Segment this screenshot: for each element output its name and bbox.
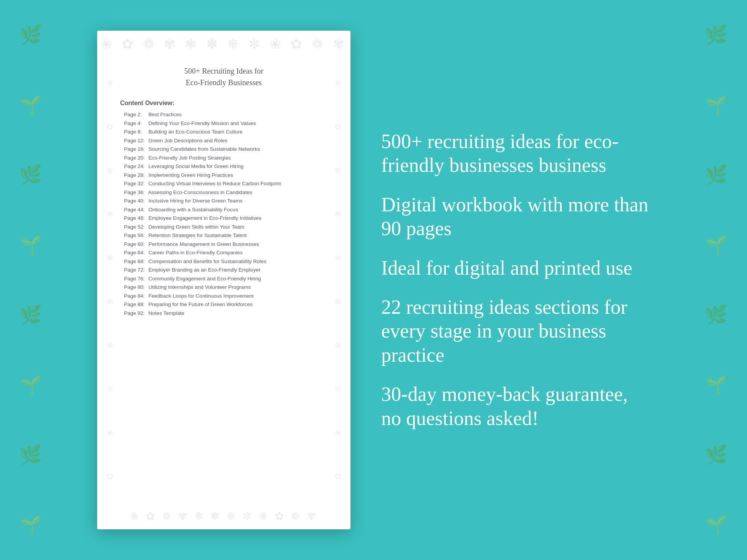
toc-title: Performance Management in Green Business… xyxy=(147,241,259,247)
toc-title: Defining Your Eco-Friendly Mission and V… xyxy=(147,120,256,126)
document-preview: ❀ ✿ ❁ ✾ ❃ ✽ ❋ ✼ ❀ ✿ ❁ ✾ ❀ ✿ ❁ ✾ ❃ ✽ ❋ ✼ … xyxy=(97,31,350,529)
toc-title: Career Paths in Eco-Friendly Companies xyxy=(147,250,243,255)
toc-page-num: Page 52: xyxy=(124,224,147,230)
toc-title: Feedback Loops for Continuous Improvemen… xyxy=(147,293,254,299)
toc-title: Onboarding with a Sustainability Focus xyxy=(147,207,238,212)
toc-page-num: Page 28: xyxy=(124,173,147,178)
toc-page-num: Page 84: xyxy=(124,293,147,299)
toc-title: Compensation and Benefits for Sustainabi… xyxy=(147,259,266,264)
toc-title: Assessing Eco-Consciousness in Candidate… xyxy=(147,189,252,195)
toc-page-num: Page 64: xyxy=(124,250,147,255)
toc-page-num: Page 8: xyxy=(124,129,147,135)
toc-item: Page 20: Eco-Friendly Job Posting Strate… xyxy=(120,155,327,161)
toc-title: Retention Strategies for Sustainable Tal… xyxy=(147,232,246,238)
table-of-contents: Page 2: Best PracticesPage 4: Defining Y… xyxy=(120,112,327,316)
feature-text-1: 500+ recruiting ideas for eco-friendly b… xyxy=(381,130,650,178)
toc-page-num: Page 92: xyxy=(124,311,147,316)
document-title: 500+ Recruiting Ideas for Eco-Friendly B… xyxy=(120,65,327,88)
toc-page-num: Page 88: xyxy=(124,302,147,307)
toc-page-num: Page 80: xyxy=(124,285,147,290)
toc-item: Page 80: Utilizing Internships and Volun… xyxy=(120,285,327,290)
toc-title: Utilizing Internships and Volunteer Prog… xyxy=(147,284,251,290)
toc-item: Page 68: Compensation and Benefits for S… xyxy=(120,259,327,264)
toc-item: Page 88: Preparing for the Future of Gre… xyxy=(120,302,327,307)
toc-item: Page 2: Best Practices xyxy=(120,112,327,117)
toc-page-num: Page 56: xyxy=(124,233,147,238)
toc-item: Page 52: Developing Green Skills within … xyxy=(120,224,327,230)
toc-item: Page 12: Green Job Descriptions and Role… xyxy=(120,138,327,143)
doc-decorative-bottom: ❀ ✿ ❁ ✾ ❃ ✽ ❋ ✼ ❀ ✿ ❁ ✾ xyxy=(97,502,350,529)
toc-page-num: Page 48: xyxy=(124,216,147,221)
toc-item: Page 76: Community Engagement and Eco-Fr… xyxy=(120,276,327,282)
toc-title: Implementing Green Hiring Practices xyxy=(147,172,233,178)
doc-decorative-right: ❀✿❁✾❃ ✽❋✼❀✿ xyxy=(328,61,347,499)
toc-title: Community Engagement and Eco-Friendly Hi… xyxy=(147,276,261,282)
toc-title: Eco-Friendly Job Posting Strategies xyxy=(147,155,231,161)
toc-title: Preparing for the Future of Green Workfo… xyxy=(147,301,253,307)
toc-title: Inclusive Hiring for Diverse Green Teams xyxy=(147,198,243,204)
feature-text-5: 30-day money-back guarantee, no question… xyxy=(381,382,650,430)
feature-text-4: 22 recruiting ideas sections for every s… xyxy=(381,295,650,367)
toc-item: Page 64: Career Paths in Eco-Friendly Co… xyxy=(120,250,327,255)
toc-title: Green Job Descriptions and Roles xyxy=(147,138,227,143)
toc-item: Page 16: Sourcing Candidates from Sustai… xyxy=(120,147,327,152)
toc-item: Page 8: Building an Eco-Conscious Team C… xyxy=(120,129,327,135)
toc-item: Page 84: Feedback Loops for Continuous I… xyxy=(120,293,327,299)
features-panel: 500+ recruiting ideas for eco-friendly b… xyxy=(381,130,650,430)
doc-decorative-top: ❀ ✿ ❁ ✾ ❃ ✽ ❋ ✼ ❀ ✿ ❁ ✾ xyxy=(97,31,350,58)
toc-page-num: Page 12: xyxy=(124,138,147,143)
toc-page-num: Page 76: xyxy=(124,276,147,282)
toc-item: Page 60: Performance Management in Green… xyxy=(120,242,327,247)
feature-text-2: Digital workbook with more than 90 pages xyxy=(381,193,650,241)
toc-title: Employer Branding as an Eco-Friendly Emp… xyxy=(147,267,261,273)
toc-page-num: Page 40: xyxy=(124,198,147,204)
toc-item: Page 28: Implementing Green Hiring Pract… xyxy=(120,173,327,178)
toc-page-num: Page 36: xyxy=(124,190,147,195)
toc-title: Developing Green Skills within Your Team xyxy=(147,224,244,230)
toc-item: Page 40: Inclusive Hiring for Diverse Gr… xyxy=(120,198,327,204)
toc-page-num: Page 24: xyxy=(124,164,147,169)
toc-title: Building an Eco-Conscious Team Culture xyxy=(147,129,243,135)
document-title-line2: Eco-Friendly Businesses xyxy=(186,78,262,87)
toc-page-num: Page 44: xyxy=(124,207,147,212)
toc-item: Page 24: Leveraging Social Media for Gre… xyxy=(120,164,327,169)
toc-title: Best Practices xyxy=(147,112,182,117)
toc-title: Employee Engagement in Eco-Friendly Init… xyxy=(147,215,261,221)
feature-text-3: Ideal for digital and printed use xyxy=(381,256,650,280)
toc-title: Conducting Virtual Interviews to Reduce … xyxy=(147,181,281,186)
toc-title: Notes Template xyxy=(147,310,184,316)
toc-item: Page 32: Conducting Virtual Interviews t… xyxy=(120,181,327,186)
toc-item: Page 4: Defining Your Eco-Friendly Missi… xyxy=(120,121,327,126)
toc-title: Sourcing Candidates from Sustainable Net… xyxy=(147,146,260,152)
toc-page-num: Page 68: xyxy=(124,259,147,264)
toc-item: Page 36: Assessing Eco-Consciousness in … xyxy=(120,190,327,195)
toc-page-num: Page 4: xyxy=(124,121,147,126)
toc-page-num: Page 32: xyxy=(124,181,147,186)
toc-item: Page 48: Employee Engagement in Eco-Frie… xyxy=(120,216,327,221)
toc-page-num: Page 60: xyxy=(124,242,147,247)
toc-page-num: Page 20: xyxy=(124,155,147,161)
toc-item: Page 56: Retention Strategies for Sustai… xyxy=(120,233,327,238)
main-container: ❀ ✿ ❁ ✾ ❃ ✽ ❋ ✼ ❀ ✿ ❁ ✾ ❀ ✿ ❁ ✾ ❃ ✽ ❋ ✼ … xyxy=(0,0,747,560)
document-title-line1: 500+ Recruiting Ideas for xyxy=(184,67,263,75)
toc-page-num: Page 72: xyxy=(124,267,147,273)
toc-item: Page 44: Onboarding with a Sustainabilit… xyxy=(120,207,327,212)
doc-decorative-left: ❀✿❁✾❃ ✽❋✼❀✿ xyxy=(100,61,119,499)
toc-page-num: Page 16: xyxy=(124,147,147,152)
toc-item: Page 92: Notes Template xyxy=(120,311,327,316)
toc-title: Leveraging Social Media for Green Hiring xyxy=(147,163,243,169)
toc-item: Page 72: Employer Branding as an Eco-Fri… xyxy=(120,267,327,273)
toc-page-num: Page 2: xyxy=(124,112,147,117)
content-overview-label: Content Overview: xyxy=(120,100,327,107)
